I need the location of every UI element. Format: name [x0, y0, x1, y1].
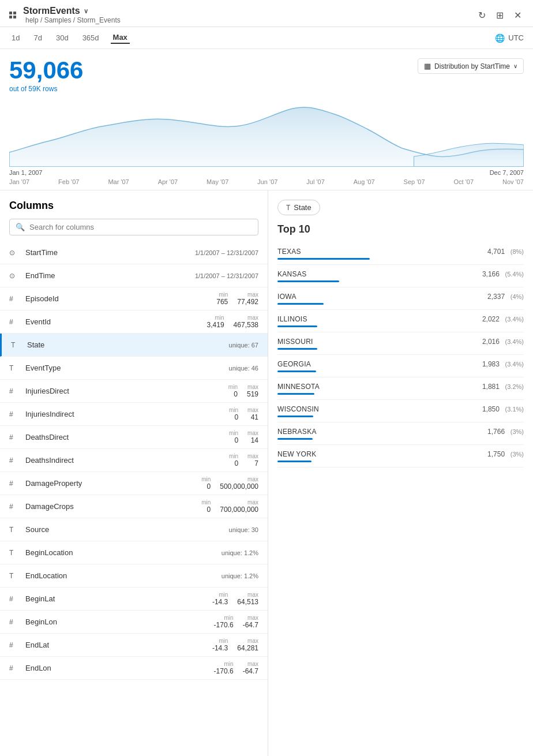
list-item[interactable]: # DeathsIndirect min 0 max 7	[0, 449, 268, 472]
col-stat-min: min -14.3	[212, 592, 228, 606]
col-name: EndTime	[25, 271, 195, 280]
header-actions: ↻ ⊞ ✕	[476, 8, 524, 23]
time-btn-max[interactable]: Max	[111, 32, 130, 44]
row-count-subtext: out of 59K rows	[9, 85, 83, 93]
state-bar	[277, 325, 317, 327]
chart-label-1: Feb '07	[58, 178, 79, 185]
col-name: EpisodeId	[25, 294, 216, 303]
col-type-icon: #	[9, 318, 21, 326]
time-btn-30d[interactable]: 30d	[54, 32, 71, 44]
list-item[interactable]: T EventType unique: 46	[0, 357, 268, 380]
state-bar	[277, 303, 324, 305]
list-item[interactable]: # EventId min 3,419 max 467,538	[0, 310, 268, 334]
state-bar	[277, 258, 370, 260]
state-name: MINNESOTA	[277, 383, 320, 391]
col-type-icon: #	[9, 456, 21, 465]
list-item[interactable]: T Source unique: 30	[0, 518, 268, 541]
state-count: 1,881	[482, 383, 500, 391]
time-btn-7d[interactable]: 7d	[31, 32, 44, 44]
table-row: KANSAS 3,166 (5.4%)	[277, 265, 524, 287]
col-name: State	[27, 340, 229, 349]
state-pct: (3.4%)	[505, 338, 524, 345]
col-name: BeginLon	[25, 617, 214, 626]
header: StormEvents ∨ help / Samples / Storm_Eve…	[0, 0, 533, 27]
list-item[interactable]: # EndLat min -14.3 max 64,281	[0, 634, 268, 657]
list-item[interactable]: T BeginLocation unique: 1.2%	[0, 541, 268, 564]
state-pct: (3.4%)	[505, 361, 524, 368]
list-item[interactable]: # BeginLat min -14.3 max 64,513	[0, 587, 268, 611]
search-box[interactable]: 🔍	[9, 219, 258, 235]
col-stat-min: min 3,419	[207, 315, 224, 329]
chart-label-3: Apr '07	[158, 178, 178, 185]
time-btn-365d[interactable]: 365d	[80, 32, 102, 44]
state-count: 4,701	[487, 248, 505, 256]
table-row: GEORGIA 1,983 (3.4%)	[277, 355, 524, 377]
active-column-badge[interactable]: T State	[277, 200, 320, 215]
list-item[interactable]: # InjuriesDirect min 0 max 519	[0, 380, 268, 403]
col-stat-minmax: min -170.6 max -64.7	[214, 661, 258, 675]
columns-panel: Columns 🔍 ⊙ StartTime 1/1/2007 – 12/31/2…	[0, 190, 268, 756]
list-item[interactable]: T State unique: 67	[0, 334, 268, 357]
list-item[interactable]: # DeathsDirect min 0 max 14	[0, 426, 268, 449]
state-pct: (4%)	[511, 293, 524, 300]
distribution-button[interactable]: ▦ Distribution by StartTime ∨	[418, 58, 524, 74]
grid-icon	[9, 12, 16, 18]
table-row: NEBRASKA 1,766 (3%)	[277, 422, 524, 445]
chevron-down-icon: ∨	[84, 8, 88, 15]
col-stat-minmax: min -170.6 max -64.7	[214, 615, 258, 629]
state-name: IOWA	[277, 293, 296, 301]
list-item[interactable]: ⊙ EndTime 1/1/2007 – 12/31/2007	[0, 264, 268, 287]
state-bar	[277, 370, 316, 372]
table-row: MISSOURI 2,016 (3.4%)	[277, 332, 524, 355]
col-stat-max: max 7	[247, 453, 258, 467]
columns-header: Columns 🔍	[0, 190, 268, 241]
state-count: 2,016	[482, 338, 500, 346]
close-button[interactable]: ✕	[512, 8, 524, 23]
refresh-button[interactable]: ↻	[476, 8, 488, 23]
col-type-icon: #	[9, 595, 21, 603]
col-name: EndLon	[25, 664, 214, 672]
col-stat-min: min -14.3	[212, 638, 228, 652]
col-type-icon: #	[9, 503, 21, 511]
list-item[interactable]: # DamageProperty min 0 max 500,000,000	[0, 472, 268, 495]
col-type-icon: T	[9, 526, 21, 534]
list-item[interactable]: # BeginLon min -170.6 max -64.7	[0, 611, 268, 634]
state-bar	[277, 461, 311, 462]
col-stat-minmax: min 0 max 7	[229, 453, 258, 467]
list-item[interactable]: T EndLocation unique: 1.2%	[0, 564, 268, 587]
col-stat-range: 1/1/2007 – 12/31/2007	[195, 272, 258, 279]
time-btn-1d[interactable]: 1d	[9, 32, 22, 44]
state-pct: (5.4%)	[505, 271, 524, 278]
layout-button[interactable]: ⊞	[494, 8, 506, 23]
col-stat-min: min -170.6	[214, 661, 234, 675]
col-stat-minmax: min -14.3 max 64,513	[212, 592, 258, 606]
search-input[interactable]	[29, 223, 252, 231]
state-count: 2,022	[482, 315, 500, 323]
chart-label-2: Mar '07	[108, 178, 129, 185]
col-stat-minmax: min 0 max 519	[228, 384, 258, 398]
text-type-icon: T	[286, 204, 290, 212]
state-count: 1,750	[487, 450, 505, 458]
state-bar	[277, 393, 314, 395]
list-item[interactable]: ⊙ StartTime 1/1/2007 – 12/31/2007	[0, 241, 268, 264]
col-name: EndLocation	[25, 571, 222, 580]
chart-label-8: Sep '07	[404, 178, 425, 185]
chart-label-5: Jun '07	[257, 178, 277, 185]
table-row: MINNESOTA 1,881 (3.2%)	[277, 377, 524, 400]
col-stat-min: min -170.6	[214, 615, 234, 629]
state-bar	[277, 280, 339, 282]
col-stat-minmax: min 0 max 41	[229, 407, 258, 421]
list-item[interactable]: # EndLon min -170.6 max -64.7	[0, 657, 268, 680]
distribution-button-label: Distribution by StartTime	[434, 62, 510, 70]
col-name: EventType	[25, 364, 229, 372]
col-type-icon: #	[9, 618, 21, 626]
list-item[interactable]: # EpisodeId min 765 max 77,492	[0, 287, 268, 310]
col-stat-min: min 0	[229, 453, 238, 467]
list-item[interactable]: # InjuriesIndirect min 0 max 41	[0, 403, 268, 426]
col-type-icon: ⊙	[9, 249, 21, 257]
list-item[interactable]: # DamageCrops min 0 max 700,000,000	[0, 495, 268, 518]
table-row: NEW YORK 1,750 (3%)	[277, 445, 524, 467]
col-name: StartTime	[25, 248, 195, 257]
app-title[interactable]: StormEvents ∨	[23, 6, 121, 16]
state-name: TEXAS	[277, 248, 301, 256]
